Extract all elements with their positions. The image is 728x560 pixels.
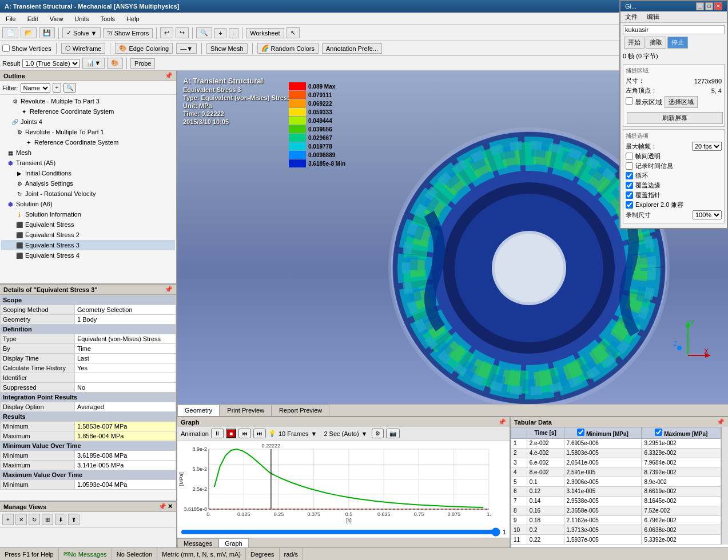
float-start-btn[interactable]: 开始 [624, 37, 645, 49]
menu-view[interactable]: View [46, 14, 67, 23]
annotation-prefs-button[interactable]: Annotation Prefe... [322, 43, 382, 54]
tree-item-revolute1[interactable]: ⚙ Revolute - Multiple To Part 3 [1, 96, 175, 106]
tree-item-stress1[interactable]: ⬛ Equivalent Stress [1, 219, 175, 230]
filter-select[interactable]: Name [21, 83, 50, 93]
manage-views-close[interactable]: ✕ [168, 503, 173, 510]
mv-delete-btn[interactable]: ✕ [15, 514, 27, 525]
show-vertices-input[interactable] [2, 45, 10, 52]
float-cover-edge-input[interactable] [626, 182, 633, 189]
show-errors-button[interactable]: ?/ Show Errors [103, 28, 153, 38]
solve-button[interactable]: ✓ Solve ▼ [62, 27, 101, 38]
tree-item-stress2[interactable]: ⬛ Equivalent Stress 2 [1, 230, 175, 240]
float-cover-cursor-input[interactable] [626, 191, 633, 199]
float-username-input[interactable] [623, 25, 725, 34]
cursor-button[interactable]: ↖ [287, 27, 300, 38]
col-max-check[interactable] [655, 429, 662, 436]
tree-item-transient[interactable]: ⬢ Transient (A5) [1, 158, 175, 168]
worksheet-button[interactable]: Worksheet [246, 28, 284, 38]
filter-search-btn[interactable]: 🔍 [63, 83, 76, 93]
float-stop-btn[interactable]: 停止 [667, 37, 688, 49]
tree-item-solution[interactable]: ⬢ Solution (A6) [1, 199, 175, 209]
tab-report-preview[interactable]: Report Preview [272, 405, 329, 416]
min-over-time-min-label: Minimum [1, 451, 75, 461]
redo-button[interactable]: ↪ [176, 27, 189, 38]
tree-item-stress3[interactable]: ⬛ Equivalent Stress 3 [1, 240, 175, 250]
anim-frame-btn2[interactable]: ⏭ [253, 429, 266, 438]
anim-export-btn[interactable]: 📷 [386, 429, 400, 438]
mv-import-btn[interactable]: ⬇ [55, 514, 66, 525]
outline-pin[interactable]: 📌 [165, 72, 173, 79]
float-record-time-input[interactable] [626, 162, 633, 170]
show-vertices-checkbox[interactable]: Show Vertices [2, 45, 51, 52]
float-explorer-input[interactable] [626, 201, 633, 209]
anim-frame-btn1[interactable]: ⏮ [238, 429, 251, 438]
probe-button[interactable]: Probe [130, 58, 155, 69]
undo-button[interactable]: ↩ [160, 27, 173, 38]
color-btn[interactable]: 🎨 [107, 58, 123, 69]
tab-graph[interactable]: Graph [218, 538, 249, 547]
menu-file[interactable]: File [2, 14, 19, 23]
legend-item-0: 0.089 Max [289, 82, 345, 90]
edge-coloring-button[interactable]: 🎨 Edge Coloring [115, 43, 173, 54]
tree-item-refcoord2[interactable]: ✦ Reference Coordinate System [1, 137, 175, 147]
mv-refresh-btn[interactable]: ↻ [29, 514, 40, 525]
menu-tools[interactable]: Tools [97, 14, 118, 23]
graph-pin[interactable]: 📌 [498, 418, 506, 426]
tabular-pin[interactable]: 📌 [717, 418, 725, 426]
mv-grid-btn[interactable]: ⊞ [42, 514, 53, 525]
menu-units[interactable]: Units [71, 14, 92, 23]
col-min-check[interactable] [577, 429, 584, 436]
tree-item-sol-info[interactable]: ℹ Solution Information [1, 209, 175, 219]
float-extract-btn[interactable]: 摘取 [646, 37, 666, 49]
tree-item-mesh[interactable]: ▦ Mesh [1, 147, 175, 158]
zoom-fit-button[interactable]: 🔍 [196, 27, 212, 38]
anim-settings-btn[interactable]: ⚙ [372, 429, 384, 438]
anim-stop-btn[interactable]: ■ [226, 429, 236, 438]
tree-item-refcoord1[interactable]: ✦ Reference Coordinate System [1, 106, 175, 117]
solve-label: Solve [73, 30, 89, 37]
float-loop-input[interactable] [626, 172, 633, 179]
timeline-slider[interactable] [181, 527, 500, 537]
open-button[interactable]: 📂 [21, 27, 37, 38]
new-button[interactable]: 📄 [2, 27, 18, 38]
tree-item-stress4[interactable]: ⬛ Equivalent Stress 4 [1, 250, 175, 261]
show-mesh-button[interactable]: Show Mesh [206, 43, 247, 54]
float-record-size-select[interactable]: 100% [693, 210, 722, 219]
tree-item-analysis-settings[interactable]: ⚙ Analysis Settings [1, 178, 175, 189]
unit: Unit: MPa [183, 102, 291, 109]
tree-item-joints4[interactable]: 🔗 Joints 4 [1, 117, 175, 127]
details-pin[interactable]: 📌 [165, 286, 173, 293]
float-show-area-check[interactable] [626, 97, 633, 105]
float-menu-file[interactable]: 文件 [620, 11, 642, 22]
edge-style-button[interactable]: —▼ [176, 43, 197, 54]
tab-print-preview[interactable]: Print Preview [220, 405, 272, 416]
tab-geometry[interactable]: Geometry [177, 405, 220, 416]
float-min-btn[interactable]: _ [696, 2, 704, 10]
float-max-btn[interactable]: □ [705, 2, 713, 10]
tree-item-rotational-velocity[interactable]: ↻ Joint - Rotational Velocity [1, 189, 175, 199]
random-colors-button[interactable]: 🌈 Random Colors [257, 43, 319, 54]
scale-icon-btn[interactable]: 📊▼ [82, 58, 105, 69]
scale-select[interactable]: 1.0 (True Scale) [22, 59, 80, 68]
float-refresh-btn[interactable]: 刷新屏幕 [627, 112, 723, 124]
save-button[interactable]: 💾 [39, 27, 55, 38]
menu-help[interactable]: Help [123, 14, 143, 23]
mv-add-btn[interactable]: + [2, 514, 14, 525]
tab-messages[interactable]: Messages [177, 538, 218, 547]
float-transparent-input[interactable] [626, 153, 633, 160]
mv-export-btn[interactable]: ⬆ [68, 514, 79, 525]
tree-item-revolute2[interactable]: ⚙ Revolute - Multiple To Part 1 [1, 127, 175, 137]
wireframe-button[interactable]: ⬡ Wireframe [61, 43, 106, 54]
tree-item-init[interactable]: ▶ Initial Conditions [1, 168, 175, 178]
tabular-scrollbar[interactable] [721, 427, 728, 545]
menu-edit[interactable]: Edit [24, 14, 42, 23]
zoom-out-button[interactable]: - [229, 28, 239, 38]
float-close-btn[interactable]: ✕ [714, 2, 722, 10]
filter-add-btn[interactable]: + [53, 83, 62, 93]
zoom-in-button[interactable]: + [214, 28, 226, 38]
float-select-area-btn[interactable]: 选择区域 [665, 96, 698, 108]
float-menu-edit[interactable]: 编辑 [642, 11, 664, 22]
anim-pause-btn[interactable]: ⏸ [211, 429, 224, 438]
float-fps-select[interactable]: 20 fps [692, 142, 722, 151]
manage-views-pin[interactable]: 📌 [158, 503, 166, 510]
